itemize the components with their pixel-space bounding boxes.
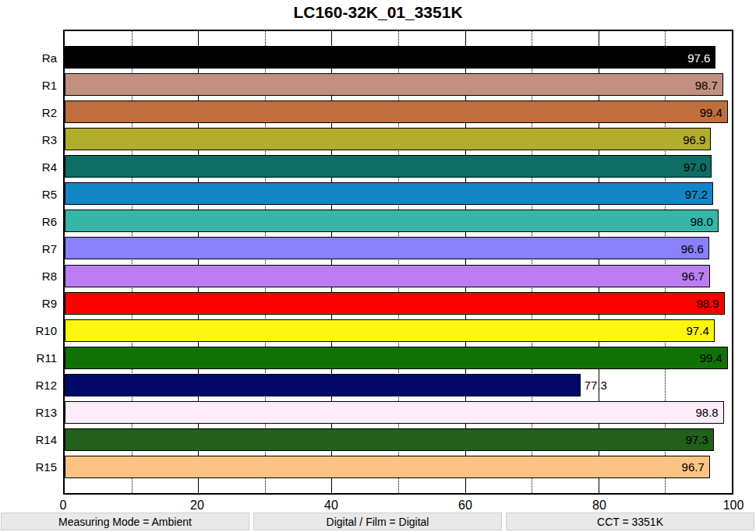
x-axis: 020406080100 (63, 499, 733, 513)
value-label-R8: 96.7 (682, 270, 705, 283)
bar-row-R6: R698.0 (65, 210, 732, 232)
bar-row-R13: R1398.8 (65, 401, 732, 424)
category-label-R4: R4 (42, 160, 57, 173)
bar-row-R2: R299.4 (65, 100, 732, 123)
category-label-R14: R14 (35, 433, 57, 446)
category-label-R15: R15 (35, 460, 57, 474)
category-label-R10: R10 (35, 324, 57, 337)
status-box-measuring-mode: Measuring Mode = Ambient (1, 513, 249, 530)
bar-row-Ra: Ra97.6 (65, 46, 732, 69)
value-label-R12: 77.3 (585, 379, 607, 392)
bar-rows: Ra97.6R198.7R299.4R396.9R497.0R597.2R698… (65, 31, 732, 493)
bar-R5: 97.2 (65, 182, 713, 205)
x-tick-label-40: 40 (324, 499, 338, 513)
bar-R8: 96.7 (65, 265, 710, 287)
bar-row-R10: R1097.4 (65, 319, 732, 342)
bar-row-R4: R497.0 (65, 155, 732, 178)
category-label-R5: R5 (42, 187, 57, 200)
x-tick-label-80: 80 (592, 499, 606, 513)
category-label-Ra: Ra (42, 51, 57, 64)
bar-row-R15: R1596.7 (65, 456, 732, 478)
bar-R13: 98.8 (65, 401, 724, 424)
x-tick-label-20: 20 (190, 499, 204, 513)
value-label-R11: 99.4 (700, 351, 722, 365)
x-tick-label-100: 100 (723, 499, 744, 513)
value-label-R13: 98.8 (696, 406, 719, 419)
category-label-R13: R13 (35, 406, 57, 419)
bar-R6: 98.0 (65, 210, 719, 232)
x-tick-label-0: 0 (60, 499, 67, 513)
bar-row-R5: R597.2 (65, 182, 732, 205)
bar-row-R9: R998.9 (65, 292, 732, 315)
bar-row-R8: R896.7 (65, 265, 732, 287)
category-label-R2: R2 (42, 105, 57, 118)
bar-R10: 97.4 (65, 319, 715, 342)
bar-R3: 96.9 (65, 128, 711, 150)
bar-row-R11: R1199.4 (65, 347, 732, 369)
value-label-R4: 97.0 (684, 160, 706, 173)
category-label-R8: R8 (42, 270, 57, 283)
chart-title: LC160-32K_01_3351K (0, 3, 756, 22)
bar-R12 (65, 374, 581, 396)
value-label-Ra: 97.6 (687, 51, 710, 64)
x-tick-label-60: 60 (458, 499, 472, 513)
value-label-R9: 98.9 (696, 297, 719, 310)
bar-R9: 98.9 (65, 292, 725, 315)
bar-row-R12: R1277.3 (65, 374, 732, 396)
bar-R1: 98.7 (65, 73, 723, 96)
value-label-R6: 98.0 (691, 214, 713, 227)
category-label-R7: R7 (42, 241, 57, 255)
value-label-R2: 99.4 (700, 105, 722, 118)
status-box-digital-film: Digital / Film = Digital (253, 513, 502, 530)
category-label-R11: R11 (37, 351, 57, 365)
bar-R2: 99.4 (65, 100, 728, 123)
bar-R4: 97.0 (65, 155, 712, 178)
value-label-R3: 96.9 (683, 132, 705, 146)
bar-R14: 97.3 (65, 428, 714, 451)
bar-row-R3: R396.9 (65, 128, 732, 150)
status-box-cct: CCT = 3351K (506, 513, 754, 530)
value-label-R14: 97.3 (686, 433, 708, 446)
bar-row-R14: R1497.3 (65, 428, 732, 451)
plot-area: Ra97.6R198.7R299.4R396.9R497.0R597.2R698… (63, 30, 733, 495)
category-label-R1: R1 (42, 78, 57, 91)
status-bar: Measuring Mode = Ambient Digital / Film … (1, 513, 754, 530)
bar-Ra: 97.6 (65, 46, 715, 69)
category-label-R3: R3 (42, 132, 57, 146)
category-label-R6: R6 (42, 214, 57, 227)
value-label-R1: 98.7 (695, 78, 718, 91)
bar-R7: 96.6 (65, 237, 709, 259)
bar-R15: 96.7 (65, 456, 710, 478)
value-label-R5: 97.2 (685, 187, 708, 200)
bar-row-R7: R796.6 (65, 237, 732, 259)
category-label-R12: R12 (35, 379, 57, 392)
value-label-R7: 96.6 (681, 241, 704, 255)
value-label-R15: 96.7 (682, 460, 705, 474)
bar-row-R1: R198.7 (65, 73, 732, 96)
category-label-R9: R9 (42, 297, 57, 310)
bar-R11: 99.4 (65, 347, 728, 369)
value-label-R10: 97.4 (687, 324, 709, 337)
